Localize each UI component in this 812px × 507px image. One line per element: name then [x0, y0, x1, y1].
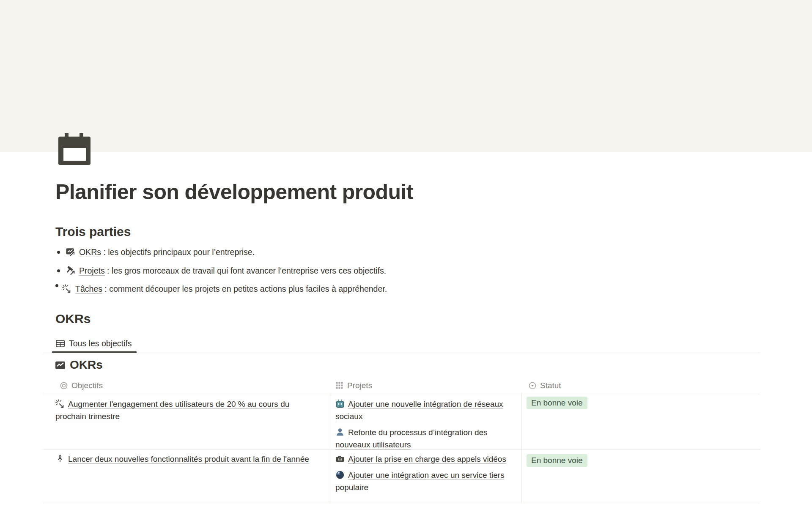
globe-icon [335, 470, 345, 480]
notion-page: Planifier son développement produit Troi… [0, 0, 812, 507]
status-badge[interactable]: En bonne voie [527, 454, 587, 467]
bullet-dot [55, 284, 58, 287]
rocket-icon [55, 454, 65, 463]
page-cover[interactable] [0, 0, 812, 152]
project-link-item[interactable]: Ajouter une nouvelle intégration de rése… [335, 398, 518, 422]
chart-box-icon [55, 360, 66, 370]
column-header-objectifs[interactable]: Objectifs [60, 380, 103, 391]
status-icon [528, 381, 537, 390]
column-label: Objectifs [71, 380, 103, 391]
project-link-item[interactable]: Ajouter la prise en charge des appels vi… [335, 453, 530, 465]
chart-up-icon [66, 247, 75, 257]
table-row-1-projets: Ajouter une nouvelle intégration de rése… [335, 398, 518, 455]
table-row-2-objectif[interactable]: Lancer deux nouvelles fonctionnalités pr… [55, 453, 351, 465]
objectif-link[interactable]: Augmenter l'engagement des utilisateurs … [55, 400, 289, 421]
list-item-projets: Projets : les gros morceaux de travail q… [55, 264, 386, 277]
status-badge[interactable]: En bonne voie [527, 397, 587, 409]
page-title: Planifier son développement produit [55, 179, 413, 205]
list-item-text: Tâches : comment découper les projets en… [75, 282, 387, 295]
section-heading-trois-parties: Trois parties [55, 224, 131, 240]
header-divider [44, 393, 760, 393]
project-link[interactable]: Ajouter une intégration avec un service … [335, 471, 505, 492]
column-divider-1[interactable] [330, 393, 330, 503]
bullet-dot [57, 251, 60, 254]
database-title: OKRs [55, 357, 103, 373]
calendar-icon[interactable] [58, 133, 91, 165]
taches-link[interactable]: Tâches [75, 284, 102, 293]
table-row-2-projets: Ajouter la prise en charge des appels vi… [335, 453, 530, 497]
person-icon [335, 428, 345, 437]
project-link-item[interactable]: Refonte du processus d’intégration des n… [335, 426, 509, 451]
project-link[interactable]: Refonte du processus d’intégration des n… [335, 428, 488, 449]
project-link[interactable]: Ajouter la prise en charge des appels vi… [348, 455, 506, 463]
row-divider [44, 503, 760, 503]
tab-tous-les-objectifs[interactable]: Tous les objectifs [55, 338, 132, 349]
tabbar-divider [44, 353, 760, 353]
column-label: Projets [347, 380, 372, 391]
spark-click-icon [62, 284, 71, 293]
list-item-text: Projets : les gros morceaux de travail q… [79, 264, 386, 277]
target-icon [60, 381, 68, 390]
table-row-1-objectif[interactable]: Augmenter l'engagement des utilisateurs … [55, 398, 309, 422]
projets-link[interactable]: Projets [79, 266, 105, 275]
robot-icon [335, 399, 345, 408]
column-header-projets[interactable]: Projets [335, 380, 372, 391]
list-item-text: OKRs : les objectifs principaux pour l’e… [79, 246, 255, 258]
list-item-taches: Tâches : comment découper les projets en… [55, 282, 387, 295]
camera-icon [335, 454, 345, 463]
column-header-statut[interactable]: Statut [528, 380, 561, 391]
bullet-dot [57, 269, 60, 272]
grid-icon [335, 381, 344, 390]
okrs-link[interactable]: OKRs [79, 247, 101, 257]
project-link[interactable]: Ajouter une nouvelle intégration de rése… [335, 400, 503, 421]
table-icon [55, 339, 65, 348]
section-heading-okrs: OKRs [55, 311, 91, 327]
tab-label: Tous les objectifs [69, 338, 132, 349]
list-item-okrs: OKRs : les objectifs principaux pour l’e… [55, 246, 255, 258]
hammer-icon [66, 266, 75, 275]
project-link-item[interactable]: Ajouter une intégration avec un service … [335, 469, 528, 493]
database-title-text[interactable]: OKRs [70, 357, 103, 373]
spark-click-icon [55, 399, 65, 408]
column-label: Statut [540, 380, 561, 391]
objectif-link[interactable]: Lancer deux nouvelles fonctionnalités pr… [68, 455, 309, 463]
